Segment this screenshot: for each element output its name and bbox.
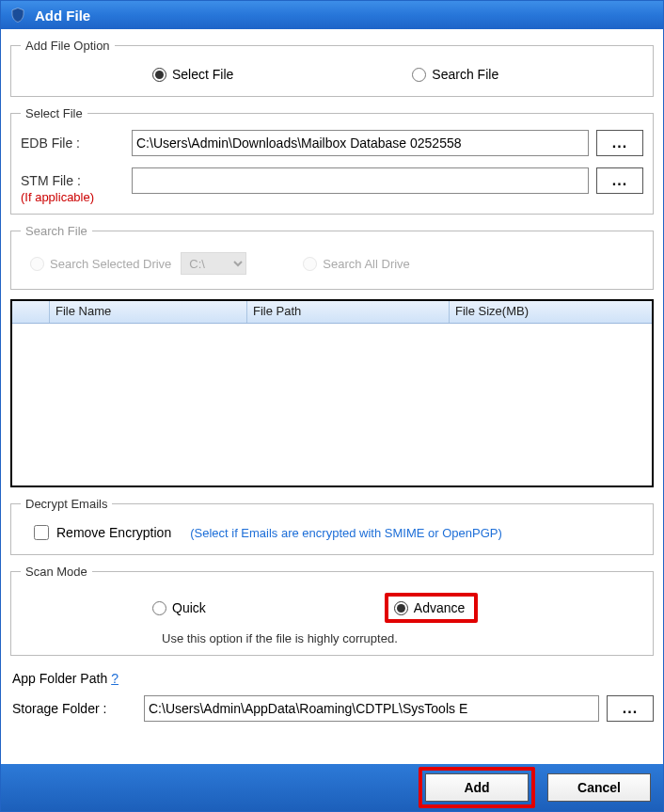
- search-file-radio[interactable]: [412, 68, 426, 82]
- dialog-content: Add File Option Select File Search File …: [1, 29, 663, 764]
- add-file-option-legend: Add File Option: [21, 39, 115, 53]
- edb-file-input[interactable]: [132, 130, 589, 156]
- decrypt-hint: (Select if Emails are encrypted with SMI…: [190, 526, 502, 540]
- table-header-filepath[interactable]: File Path: [247, 301, 450, 323]
- scan-mode-hint: Use this option if the file is highly co…: [162, 631, 643, 645]
- cancel-button[interactable]: Cancel: [547, 773, 651, 802]
- select-file-radio-label: Select File: [172, 67, 233, 82]
- dialog-footer: Add Cancel: [1, 764, 663, 811]
- table-body: [12, 324, 652, 486]
- table-header-filesize[interactable]: File Size(MB): [450, 301, 652, 323]
- window-title: Add File: [35, 8, 90, 24]
- stm-browse-button[interactable]: ...: [596, 167, 643, 194]
- select-file-radio[interactable]: [152, 68, 166, 82]
- decrypt-emails-legend: Decrypt Emails: [21, 497, 112, 511]
- quick-scan-label: Quick: [172, 600, 206, 615]
- add-file-option-group: Add File Option Select File Search File: [10, 39, 654, 97]
- storage-browse-button[interactable]: ...: [607, 695, 654, 722]
- search-all-drive-radio: [303, 257, 317, 271]
- storage-folder-input[interactable]: [144, 695, 599, 722]
- table-header: File Name File Path File Size(MB): [12, 301, 652, 324]
- titlebar: Add File: [1, 1, 663, 29]
- search-file-group: Search File Search Selected Drive C:\ Se…: [10, 224, 654, 290]
- search-all-drive-label: Search All Drive: [323, 257, 409, 271]
- quick-scan-radio[interactable]: [152, 601, 166, 615]
- select-file-legend: Select File: [21, 106, 87, 120]
- stm-file-input[interactable]: [132, 167, 589, 194]
- edb-browse-button[interactable]: ...: [596, 130, 643, 156]
- advance-scan-radio[interactable]: [394, 601, 408, 615]
- add-file-dialog: Add File Add File Option Select File Sea…: [0, 0, 664, 812]
- edb-file-label: EDB File :: [21, 135, 124, 151]
- table-header-filename[interactable]: File Name: [50, 301, 247, 323]
- select-file-group: Select File EDB File : ... STM File : ..…: [10, 106, 654, 215]
- drive-select: C:\: [181, 252, 246, 275]
- advance-scan-label: Advance: [414, 600, 465, 615]
- scan-mode-legend: Scan Mode: [21, 565, 92, 579]
- remove-encryption-checkbox[interactable]: [34, 525, 49, 540]
- remove-encryption-label: Remove Encryption: [56, 525, 171, 540]
- storage-folder-label: Storage Folder :: [12, 701, 136, 716]
- table-header-checkbox: [12, 301, 50, 323]
- search-selected-drive-label: Search Selected Drive: [50, 257, 171, 271]
- decrypt-emails-group: Decrypt Emails Remove Encryption (Select…: [10, 497, 654, 555]
- file-table: File Name File Path File Size(MB): [10, 299, 654, 487]
- stm-file-label: STM File :: [21, 173, 124, 188]
- search-file-legend: Search File: [21, 224, 92, 238]
- app-folder-path-label: App Folder Path: [12, 671, 107, 686]
- app-folder-help-link[interactable]: ?: [111, 671, 119, 686]
- scan-mode-group: Scan Mode Quick Advance Use this option …: [10, 565, 654, 656]
- search-selected-drive-radio: [30, 257, 44, 271]
- search-file-radio-label: Search File: [432, 67, 498, 82]
- add-button[interactable]: Add: [425, 773, 529, 802]
- shield-icon: [8, 6, 27, 24]
